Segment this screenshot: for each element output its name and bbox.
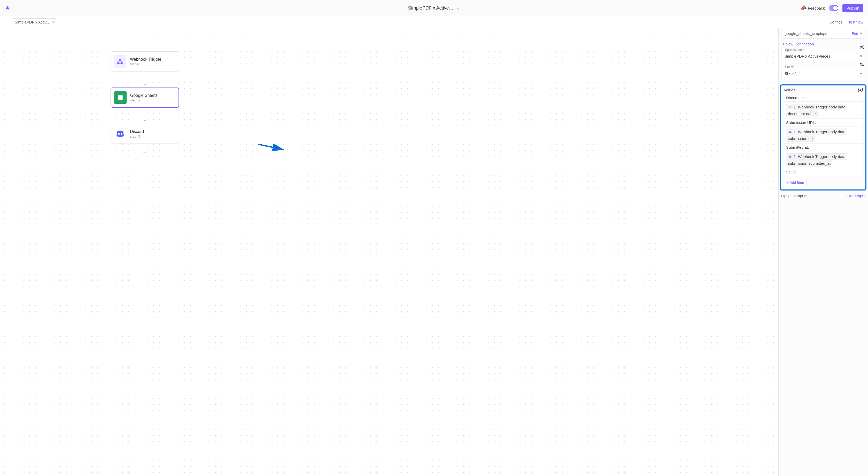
configs-link[interactable]: Configs: [830, 20, 843, 24]
value-pill[interactable]: 1. Webhook Trigger body data: [786, 104, 847, 110]
card-subtitle: step_3: [130, 135, 144, 138]
value-pill[interactable]: 1. Webhook Trigger body data: [786, 153, 847, 160]
caret-down-icon[interactable]: ▾: [860, 54, 862, 59]
value-row-label[interactable]: Submitted at:: [784, 143, 863, 151]
variable-badge[interactable]: (x): [860, 62, 864, 66]
card-subtitle: step_2: [130, 98, 158, 102]
webhook-icon: [114, 55, 126, 68]
connector-end: +: [111, 144, 179, 154]
tab-caret-icon: ▾: [53, 20, 55, 25]
flow-tab[interactable]: SimplePDF x Activ… ▾: [12, 18, 57, 26]
sheet-select[interactable]: Sheet* Sheet1 ▾: [781, 67, 865, 79]
validation-toggle[interactable]: ✓: [829, 5, 838, 11]
feedback-label: Feedback: [808, 6, 825, 10]
card-title: Discord: [130, 129, 144, 134]
value-pill-tail: submission url: [786, 136, 814, 142]
topbar-right: 📣 Feedback ✓ Publish: [801, 4, 863, 12]
value-pill[interactable]: 1. Webhook Trigger body data: [786, 129, 847, 135]
megaphone-icon: 📣: [801, 5, 806, 11]
optional-inputs-row: Optional Inputs + Add Input: [781, 194, 865, 198]
connection-selector[interactable]: google_sheets_simplepdf Edit ▾: [781, 28, 865, 39]
publish-button[interactable]: Publish: [842, 4, 863, 12]
value-pill-tail: submission submitted_at: [786, 160, 832, 167]
app-logo: [5, 5, 10, 11]
arrow-down-icon: ▾: [144, 119, 146, 123]
webhook-icon: [788, 130, 792, 134]
card-text: Google Sheets step_2: [130, 93, 158, 102]
arrow-down-icon: ▾: [144, 83, 146, 87]
main: Webhook Trigger trigger + ▾: [0, 28, 868, 476]
add-step-button[interactable]: +: [143, 148, 147, 152]
optional-inputs-label: Optional Inputs: [781, 194, 807, 198]
connector: + ▾: [111, 71, 179, 88]
page-title: SimplePDF x Active…: [408, 5, 454, 11]
discord-icon: [114, 128, 126, 140]
caret-down-icon[interactable]: ▾: [860, 71, 862, 76]
value-row-pill[interactable]: 1. Webhook Trigger body data submission …: [784, 151, 863, 168]
connector: + ▾: [111, 108, 179, 124]
page-title-wrap: SimplePDF x Active… ⌄: [408, 5, 460, 11]
values-label: Values: [784, 88, 796, 92]
tab-label: SimplePDF x Activ…: [15, 20, 51, 24]
subbar-right: Configs Test flow: [830, 20, 863, 24]
value-row-placeholder[interactable]: Value: [784, 168, 863, 176]
google-sheets-icon: [114, 91, 127, 104]
spreadsheet-value: SimplePDF x ActivePieces: [784, 54, 860, 58]
svg-point-8: [118, 133, 120, 135]
subbar: + SimplePDF x Activ… ▾ Configs Test flow: [0, 16, 868, 28]
test-flow-link[interactable]: Test flow: [848, 20, 863, 24]
caret-down-icon[interactable]: ▾: [860, 31, 862, 36]
variable-badge[interactable]: (x): [860, 45, 864, 49]
card-webhook-trigger[interactable]: Webhook Trigger trigger: [111, 52, 179, 71]
sheet-label: Sheet*: [784, 65, 796, 69]
feedback-link[interactable]: 📣 Feedback: [801, 5, 825, 11]
check-icon: ✓: [835, 6, 837, 9]
card-discord[interactable]: Discord step_3: [111, 124, 179, 144]
card-google-sheets[interactable]: Google Sheets step_2: [111, 88, 179, 108]
value-row-label[interactable]: Document:: [784, 94, 863, 102]
svg-point-9: [121, 133, 122, 135]
add-input-link[interactable]: + Add Input: [846, 194, 865, 198]
add-tab-button[interactable]: +: [5, 20, 9, 25]
card-text: Webhook Trigger trigger: [130, 57, 161, 66]
new-connection-link[interactable]: + New Connection: [782, 42, 814, 46]
flow-chain: Webhook Trigger trigger + ▾: [111, 52, 179, 154]
spreadsheet-label: Spreadsheet*: [784, 48, 805, 52]
sidebar: google_sheets_simplepdf Edit ▾ + New Con…: [778, 28, 868, 476]
values-panel: Values (x) Document: 1. Webhook Trigger …: [780, 84, 866, 191]
webhook-icon: [788, 105, 792, 109]
connection-name: google_sheets_simplepdf: [784, 31, 852, 36]
value-row-pill[interactable]: 1. Webhook Trigger body data document na…: [784, 102, 863, 119]
value-row-pill[interactable]: 1. Webhook Trigger body data submission …: [784, 127, 863, 143]
edit-connection-link[interactable]: Edit: [852, 32, 858, 36]
sheet-field: (x) Sheet* Sheet1 ▾: [781, 67, 865, 79]
card-text: Discord step_3: [130, 129, 144, 138]
card-title: Google Sheets: [130, 93, 158, 98]
add-item-button[interactable]: + Add Item: [784, 179, 807, 186]
svg-rect-3: [118, 95, 122, 100]
card-title: Webhook Trigger: [130, 57, 161, 62]
value-pill-tail: document name: [786, 111, 817, 117]
values-header: Values (x): [784, 88, 863, 92]
title-caret-icon[interactable]: ⌄: [456, 5, 460, 11]
spreadsheet-field: (x) Spreadsheet* SimplePDF x ActivePiece…: [781, 50, 865, 62]
add-step-button[interactable]: +: [143, 76, 147, 80]
add-step-button[interactable]: +: [143, 112, 147, 116]
sheet-value: Sheet1: [784, 71, 860, 76]
variable-badge[interactable]: (x): [858, 88, 863, 92]
flow-canvas[interactable]: Webhook Trigger trigger + ▾: [0, 28, 778, 476]
topbar: SimplePDF x Active… ⌄ 📣 Feedback ✓ Publi…: [0, 0, 868, 16]
pointer-arrow-icon: [258, 142, 287, 152]
svg-line-10: [258, 144, 283, 149]
value-row-label[interactable]: Submission URL:: [784, 119, 863, 127]
values-list: Document: 1. Webhook Trigger body data d…: [784, 94, 863, 176]
card-subtitle: trigger: [130, 62, 161, 66]
webhook-icon: [788, 155, 792, 159]
spreadsheet-select[interactable]: Spreadsheet* SimplePDF x ActivePieces ▾: [781, 50, 865, 62]
